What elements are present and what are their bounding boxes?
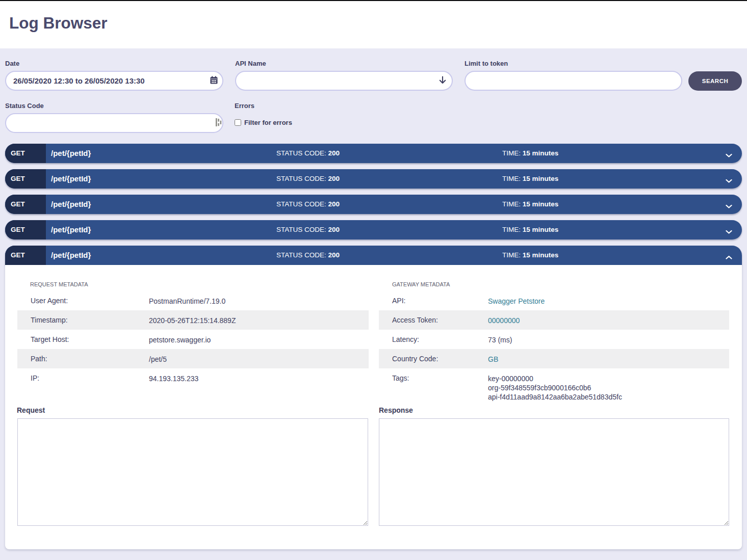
status-code-text: STATUS CODE: [276,175,326,182]
chevron-up-icon[interactable] [726,252,732,261]
method-badge: GET [5,169,46,189]
row-time: TIME: 15 minutes [502,169,558,189]
metadata-value-link[interactable]: 00000000 [488,310,520,325]
metadata-value: 2020-05-26T12:15:14.889Z [149,310,236,325]
time-value: 15 minutes [523,200,559,208]
metadata-row: Country Code:GB [379,349,729,368]
status-code-value: 200 [328,226,340,233]
metadata-label: API: [379,291,488,305]
row-time: TIME: 15 minutes [502,144,558,163]
log-row[interactable]: GET/pet/{petId}STATUS CODE: 200TIME: 15 … [5,220,742,239]
filter-for-errors-label[interactable]: Filter for errors [244,119,292,126]
status-code-value: 200 [328,175,340,182]
metadata-label: Access Token: [379,310,488,324]
gateway-metadata-title: GATEWAY METADATA [392,282,450,287]
method-badge: GET [5,144,46,163]
request-metadata-title: REQUEST METADATA [30,282,88,287]
metadata-value: PostmanRuntime/7.19.0 [149,291,225,306]
response-textarea[interactable] [379,418,729,526]
metadata-value: petstore.swagger.io [149,330,211,344]
status-code-text: STATUS CODE: [276,149,326,157]
row-path: /pet/{petId} [51,246,91,265]
chevron-down-icon[interactable] [726,150,732,159]
log-row[interactable]: GET/pet/{petId}STATUS CODE: 200TIME: 15 … [5,246,742,265]
metadata-row: Target Host:petstore.swagger.io [17,330,369,349]
page-title: Log Browser [9,15,108,32]
status-code-text: STATUS CODE: [276,200,326,208]
api-name-select[interactable] [243,72,433,90]
chevron-down-icon[interactable] [726,201,732,210]
metadata-row: IP:94.193.135.233 [17,368,369,388]
filter-for-errors-checkbox[interactable] [235,119,241,126]
metadata-label: Latency: [379,330,488,343]
metadata-value-link[interactable]: Swagger Petstore [488,291,545,306]
api-name-select-wrap [235,71,453,91]
metadata-label: Country Code: [379,349,488,363]
time-value: 15 minutes [523,175,559,182]
bars-icon [216,118,222,128]
metadata-row: Latency:73 (ms) [379,330,729,349]
metadata-row: Access Token:00000000 [379,310,729,330]
log-row[interactable]: GET/pet/{petId}STATUS CODE: 200TIME: 15 … [5,169,742,189]
request-metadata-table: User Agent:PostmanRuntime/7.19.0Timestam… [17,291,369,388]
date-input[interactable] [13,72,204,90]
chevron-down-icon[interactable] [726,227,732,236]
method-badge: GET [5,220,46,239]
time-text: TIME: [502,226,521,233]
status-code-label: Status Code [5,102,44,109]
row-time: TIME: 15 minutes [502,220,558,239]
status-code-text: STATUS CODE: [276,226,326,233]
response-label: Response [379,407,413,414]
metadata-label: IP: [17,368,149,382]
metadata-row: Timestamp:2020-05-26T12:15:14.889Z [17,310,369,330]
date-label: Date [5,60,19,67]
metadata-label: Timestamp: [17,310,149,324]
method-badge: GET [5,195,46,214]
limit-to-token-label: Limit to token [465,60,508,67]
log-row[interactable]: GET/pet/{petId}STATUS CODE: 200TIME: 15 … [5,195,742,214]
row-path: /pet/{petId} [51,144,91,163]
status-code-input[interactable] [13,114,204,132]
row-status-code: STATUS CODE: 200 [276,169,340,189]
row-path: /pet/{petId} [51,220,91,239]
time-text: TIME: [502,200,521,208]
dropdown-arrow-icon[interactable] [439,75,447,86]
status-code-wrap [5,113,223,133]
row-status-code: STATUS CODE: 200 [276,144,340,163]
metadata-row: Path:/pet/5 [17,349,369,368]
metadata-value: 73 (ms) [488,330,512,344]
metadata-label: Path: [17,349,149,363]
row-time: TIME: 15 minutes [502,246,558,265]
metadata-value: 94.193.135.233 [149,368,198,383]
row-path: /pet/{petId} [51,169,91,189]
log-detail-panel: REQUEST METADATA User Agent:PostmanRunti… [5,265,742,549]
search-button[interactable]: SEARCH [688,71,742,91]
row-status-code: STATUS CODE: 200 [276,220,340,239]
metadata-label: User Agent: [17,291,149,305]
row-time: TIME: 15 minutes [502,195,558,214]
time-value: 15 minutes [523,251,559,259]
metadata-value-link[interactable]: GB [488,349,498,364]
request-textarea[interactable] [17,418,368,526]
limit-to-token-input[interactable] [473,72,663,90]
metadata-label: Tags: [379,368,488,382]
row-status-code: STATUS CODE: 200 [276,195,340,214]
metadata-row: Tags:key-00000000 org-59f348559f3cb90001… [379,368,729,402]
limit-to-token-wrap [465,71,682,91]
errors-label: Errors [235,102,254,109]
api-name-label: API Name [235,60,266,67]
metadata-value: key-00000000 org-59f348559f3cb9000166c0b… [488,368,622,402]
log-row[interactable]: GET/pet/{petId}STATUS CODE: 200TIME: 15 … [5,144,742,163]
status-code-value: 200 [328,251,340,259]
method-badge: GET [5,246,46,265]
request-label: Request [17,407,45,414]
chevron-down-icon[interactable] [726,176,732,185]
status-code-value: 200 [328,149,340,157]
time-text: TIME: [502,251,521,259]
gateway-metadata-table: API:Swagger PetstoreAccess Token:0000000… [379,291,729,402]
metadata-row: User Agent:PostmanRuntime/7.19.0 [17,291,369,310]
metadata-row: API:Swagger Petstore [379,291,729,310]
date-input-wrap [5,71,223,91]
row-status-code: STATUS CODE: 200 [276,246,340,265]
calendar-icon[interactable] [210,76,218,86]
